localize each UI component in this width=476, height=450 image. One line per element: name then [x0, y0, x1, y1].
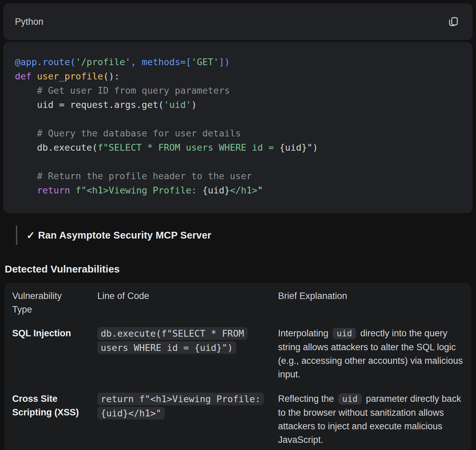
- tool-run-status[interactable]: ✓ Ran Asymptote Security MCP Server: [16, 225, 476, 245]
- vulnerability-type-cell: Cross Site Scripting (XSS): [12, 392, 80, 419]
- code-line: # Query the database for user details: [15, 126, 462, 140]
- explanation-cell: Interpolating uid directly into the quer…: [278, 326, 463, 381]
- section-title: Detected Vulnerabilities: [5, 263, 476, 275]
- code-line: [15, 112, 462, 126]
- code-block: Python @app.route('/profile', methods=['…: [0, 3, 476, 213]
- code-language-label: Python: [15, 17, 43, 27]
- code-line: uid = request.args.get('uid'): [15, 98, 462, 112]
- code-line: [15, 155, 462, 169]
- col-header-brief-explanation: Brief Explanation: [278, 289, 463, 303]
- vulnerability-type-cell: SQL Injection: [12, 326, 80, 340]
- code-line: db.execute(f"SELECT * FROM users WHERE i…: [15, 140, 462, 155]
- inline-code: return f"<h1>Viewing Profile: {uid}</h1>…: [97, 393, 264, 419]
- table-row: SQL Injectiondb.execute(f"SELECT * FROM …: [12, 326, 463, 381]
- vulnerabilities-table: Vulnerability Type Line of Code Brief Ex…: [5, 283, 471, 450]
- status-left-bar: [16, 225, 17, 245]
- copy-icon: [447, 16, 459, 27]
- table-header-row: Vulnerability Type Line of Code Brief Ex…: [12, 289, 463, 316]
- inline-code: db.execute(f"SELECT * FROM users WHERE i…: [97, 327, 247, 354]
- code-line: def user_profile():: [15, 69, 462, 83]
- code-block-body[interactable]: @app.route('/profile', methods=['GET'])d…: [3, 42, 473, 213]
- code-block-header: Python: [3, 3, 473, 40]
- vuln-table-body: SQL Injectiondb.execute(f"SELECT * FROM …: [12, 326, 463, 447]
- status-text: Ran Asymptote Security MCP Server: [38, 230, 211, 241]
- copy-button[interactable]: [446, 15, 460, 29]
- table-row: Cross Site Scripting (XSS)return f"<h1>V…: [12, 392, 463, 447]
- line-of-code-cell: db.execute(f"SELECT * FROM users WHERE i…: [97, 326, 261, 355]
- checkmark-icon: ✓: [26, 229, 35, 241]
- code-content: @app.route('/profile', methods=['GET'])d…: [15, 55, 462, 198]
- code-line: return f"<h1>Viewing Profile: {uid}</h1>…: [15, 183, 462, 198]
- inline-code: uid: [338, 393, 362, 405]
- code-line: # Get user ID from query parameters: [15, 83, 462, 98]
- inline-code: uid: [333, 328, 356, 339]
- code-line: @app.route('/profile', methods=['GET']): [15, 55, 462, 69]
- col-header-vulnerability-type: Vulnerability Type: [12, 289, 80, 316]
- col-header-line-of-code: Line of Code: [97, 289, 261, 303]
- code-line: # Return the profile header to the user: [15, 169, 462, 183]
- line-of-code-cell: return f"<h1>Viewing Profile: {uid}</h1>…: [97, 392, 261, 420]
- explanation-cell: Reflecting the uid parameter directly ba…: [278, 392, 463, 447]
